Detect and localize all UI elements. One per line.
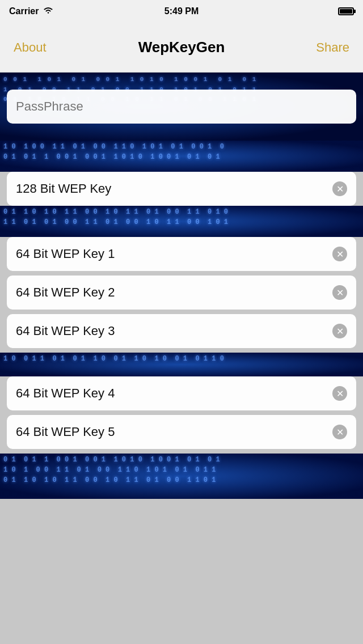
battery-icon (338, 7, 354, 15)
key-field-64-5: 64 Bit WEP Key 5 ✕ (7, 415, 356, 449)
key-field-64-3: 64 Bit WEP Key 3 ✕ (7, 314, 356, 348)
key-64-5-clear-button[interactable]: ✕ (332, 425, 347, 439)
key-64-3-clear-button[interactable]: ✕ (332, 324, 347, 338)
wifi-icon (43, 6, 53, 16)
matrix-strip-inner-1: 1 0 1 0 0 1 1 0 1 0 0 1 1 0 1 0 1 0 1 0 … (0, 141, 363, 172)
key-field-64-2: 64 Bit WEP Key 2 ✕ (7, 276, 356, 310)
matrix-strip-inner-bottom: 0 1 0 1 1 0 0 1 0 0 1 1 0 1 0 1 0 0 1 0 … (0, 454, 363, 499)
key-64-2-label: 64 Bit WEP Key 2 (16, 285, 115, 300)
matrix-strip-inner-2: 0 1 1 0 1 0 1 1 0 0 1 0 1 1 0 1 0 0 1 1 … (0, 206, 363, 237)
status-time: 5:49 PM (164, 6, 199, 16)
about-button[interactable]: About (11, 36, 49, 60)
key-field-128: 128 Bit WEP Key ✕ (7, 172, 356, 206)
key-field-64-4: 64 Bit WEP Key 4 ✕ (7, 376, 356, 410)
share-button[interactable]: Share (314, 36, 352, 60)
carrier-label: Carrier (9, 6, 39, 16)
key-64-2-clear-button[interactable]: ✕ (332, 285, 347, 300)
matrix-strip-bottom: 0 1 0 1 1 0 0 1 0 0 1 1 0 1 0 1 0 0 1 0 … (0, 454, 363, 499)
top-matrix-background: 0 0 1 1 0 1 0 1 0 0 1 1 0 1 0 1 0 0 1 0 … (0, 73, 363, 141)
key-64-4-label: 64 Bit WEP Key 4 (16, 386, 115, 401)
status-right (338, 7, 354, 15)
key-128-label: 128 Bit WEP Key (16, 181, 111, 196)
passphrase-input[interactable] (7, 90, 356, 124)
key-64-3-label: 64 Bit WEP Key 3 (16, 324, 115, 338)
key-field-64-1: 64 Bit WEP Key 1 ✕ (7, 237, 356, 271)
main-content: 0 0 1 1 0 1 0 1 0 0 1 1 0 1 0 1 0 0 1 0 … (0, 73, 363, 617)
status-bar: Carrier 5:49 PM (0, 0, 363, 23)
matrix-strip-2: 0 1 1 0 1 0 1 1 0 0 1 0 1 1 0 1 0 0 1 1 … (0, 206, 363, 237)
nav-bar: About WepKeyGen Share (0, 23, 363, 73)
nav-title: WepKeyGen (138, 39, 225, 56)
matrix-strip-3: 1 0 0 1 1 0 1 0 1 1 0 0 1 1 0 1 0 0 1 0 … (0, 353, 363, 376)
key-64-5-label: 64 Bit WEP Key 5 (16, 425, 115, 439)
tab-bar (0, 617, 363, 644)
key-64-1-label: 64 Bit WEP Key 1 (16, 247, 115, 261)
key-64-4-clear-button[interactable]: ✕ (332, 386, 347, 401)
key-64-1-clear-button[interactable]: ✕ (332, 247, 347, 261)
key-128-clear-button[interactable]: ✕ (332, 181, 347, 196)
matrix-strip-1: 1 0 1 0 0 1 1 0 1 0 0 1 1 0 1 0 1 0 1 0 … (0, 141, 363, 172)
matrix-strip-inner-3: 1 0 0 1 1 0 1 0 1 1 0 0 1 1 0 1 0 0 1 0 … (0, 353, 363, 376)
status-left: Carrier (9, 6, 53, 16)
